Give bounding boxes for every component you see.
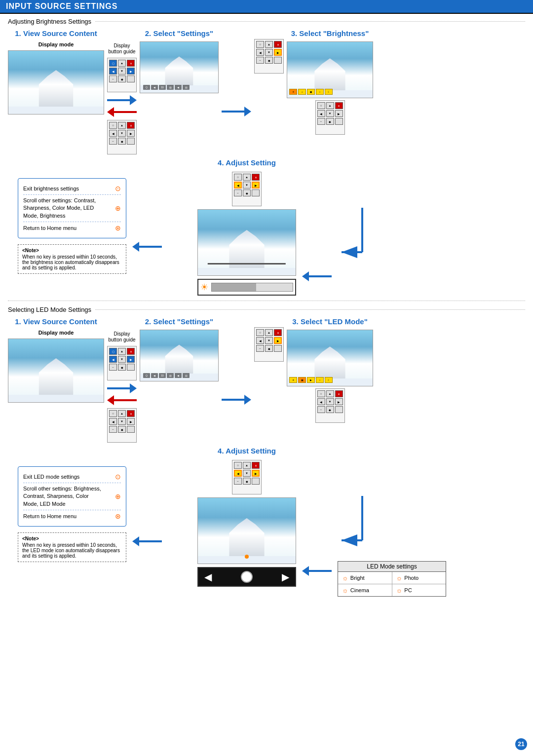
exit-brightness-row: Exit brightness settings ⊙ <box>23 183 121 195</box>
home-icon: ⊛ <box>115 224 121 232</box>
note-text: When no key is pressed within 10 seconds… <box>22 254 122 270</box>
scroll-settings-label: Scroll other settings: Contrast, Sharpne… <box>23 197 102 220</box>
led-step3: 3. Select "LED Mode" ☀ ▣ ▶ ○ ☾ ○ ▲ ✕ ◀ ▼ <box>287 317 373 423</box>
step2-screen: Q ◀ 3D ▨ ◀ ▤ <box>140 41 219 93</box>
rs-5: ▼ <box>265 49 273 56</box>
photo-label: Photo <box>404 575 419 581</box>
photo-icon: ☼ <box>396 574 403 582</box>
brightness-info-box: Exit brightness settings ⊙ Scroll other … <box>18 178 126 238</box>
rb-7: − <box>109 76 117 82</box>
led-guide-label: Display button guide <box>108 331 135 343</box>
step3-screen: ☀ ☼ ◼ ○ ☾ <box>287 41 373 98</box>
step4-screen <box>197 209 296 276</box>
led-prev-btn[interactable]: ◀ <box>204 571 212 583</box>
step4-remote-container: ○ ▲ ✕ ◀ ▼ ▶ − ◆ <box>232 172 262 206</box>
rb-b2: ▲ <box>118 122 126 129</box>
arrow-right-1 <box>107 95 137 105</box>
page-header: Input Source Settings <box>0 0 533 14</box>
led-table-header: LED Mode settings <box>338 562 446 572</box>
bi-arrows <box>107 95 137 117</box>
page-number: 21 <box>515 738 527 750</box>
led-cell-pc: ☼ PC <box>392 584 446 596</box>
section-divider <box>8 301 525 301</box>
rb-2: ▲ <box>118 60 126 67</box>
led-step3-screen: ☀ ▣ ▶ ○ ☾ <box>287 330 373 386</box>
led-table-row-1: ☼ Bright ☼ Photo <box>338 572 446 584</box>
rs-9 <box>274 57 282 64</box>
led-arrow-left <box>107 395 137 405</box>
cinema-label: Cinema <box>350 587 369 593</box>
arrow-left-1 <box>107 107 137 117</box>
led-step1: 1. View Source Content Display mode <box>8 317 104 403</box>
bright-icon: ☼ <box>342 574 348 582</box>
led-step2-label: 2. Select "Settings" <box>145 317 213 326</box>
rb-8: ◆ <box>118 76 126 82</box>
brightness-step1: 1. View Source Content Display mode <box>8 29 104 114</box>
guide-arrows: Display button guide ⬡ ▲ ✕ ◀ ▼ ▶ − ◆ ○ <box>107 43 137 154</box>
led-info-col: Exit LED mode settings ⊙ Scroll other se… <box>18 466 126 562</box>
led-adjust-panel: ◀ ▶ <box>197 567 296 587</box>
led-arrow-right-2 <box>222 395 251 405</box>
step1-screen <box>8 50 104 114</box>
led-arrow-right <box>107 383 137 393</box>
exit-led-label: Exit LED mode settings <box>23 474 79 480</box>
led-mode-table: LED Mode settings ☼ Bright ☼ Photo ☼ Cin… <box>338 561 446 597</box>
led-step4-remote: ○ ▲ ✕ ◀ ▼ ▶ − ◆ <box>232 460 262 494</box>
rb-5: ▼ <box>118 68 126 75</box>
led-step3-nav: ○ ▲ ✕ ◀ ▼ ▶ − ◆ <box>254 327 284 362</box>
led-right-col: LED Mode settings ☼ Bright ☼ Photo ☼ Cin… <box>338 496 446 597</box>
led-scroll-icon: ⊕ <box>115 492 121 500</box>
remote-guide-bottom: ○ ▲ ✕ ◀ ▼ ▶ − ◆ <box>107 120 137 154</box>
led-step4-center: 4. Adjust Setting ○ ▲ ✕ ◀ ▼ ▶ − ◆ <box>168 447 296 587</box>
led-note-box: <Note> When no key is pressed within 10 … <box>18 532 126 562</box>
led-step4-remote-container: ○ ▲ ✕ ◀ ▼ ▶ − ◆ <box>232 460 262 494</box>
led-arrow-left-3 <box>302 566 332 576</box>
led-cell-bright: ☼ Bright <box>338 572 392 584</box>
led-display-label: Display mode <box>38 330 74 336</box>
led-dot-indicator <box>245 555 249 559</box>
led-bi-arrows <box>107 383 137 405</box>
bright-label: Bright <box>350 575 365 581</box>
rb-b5: ▼ <box>118 130 126 137</box>
led-step1-screen <box>8 339 104 403</box>
led-home-row: Return to Home menu ⊛ <box>23 510 121 522</box>
led-guide-arrows: Display button guide ⬡ ▲ ✕ ◀ ▼ ▶ − ◆ ○ ▲… <box>107 331 137 443</box>
brightness-icons: ☀ ☼ ◼ ○ ☾ <box>289 89 333 95</box>
remote-step3-b: ○ ▲ ✕ ◀ ▼ ▶ − ◆ <box>315 100 345 135</box>
rb-b8: ◆ <box>118 138 126 145</box>
led-top-flow: 1. View Source Content Display mode Disp… <box>8 317 525 443</box>
led-info-box: Exit LED mode settings ⊙ Scroll other se… <box>18 466 126 527</box>
rs-2: ▲ <box>265 41 273 48</box>
led-next-btn[interactable]: ▶ <box>282 571 289 583</box>
rs-7: − <box>256 57 264 64</box>
led-table-row-2: ☼ Cinema ☼ PC <box>338 584 446 596</box>
brightness-slider <box>211 283 293 292</box>
led-cell-cinema: ☼ Cinema <box>338 584 392 596</box>
led-cell-photo: ☼ Photo <box>392 572 446 584</box>
led-step3-label: 3. Select "LED Mode" <box>292 317 368 326</box>
led-corner-arrow <box>338 496 367 555</box>
rb-b6: ▶ <box>127 130 135 137</box>
section1-title: Adjusting Brightness Settings <box>8 18 525 25</box>
step1-label: 1. View Source Content <box>15 29 97 38</box>
led-step4-label: 4. Adjust Setting <box>218 447 276 455</box>
led-arrow-left-2 <box>132 536 162 546</box>
led-step2-screen: Q ◀ 3D ▨ ◀ ▤ <box>140 330 219 381</box>
led-note-title: <Note> <box>22 536 122 541</box>
brightness-step4-area: Exit brightness settings ⊙ Scroll other … <box>8 158 525 296</box>
rb-4: ◀ <box>109 68 117 75</box>
arrow-left-3 <box>302 271 332 281</box>
section2-title: Selecting LED Mode Settings <box>8 306 525 313</box>
led-mode-icons: ☀ ▣ ▶ ○ ☾ <box>289 377 333 383</box>
scroll-settings-row: Scroll other settings: Contrast, Sharpne… <box>23 195 121 222</box>
step2-label: 2. Select "Settings" <box>145 29 213 38</box>
brightness-info-col: Exit brightness settings ⊙ Scroll other … <box>18 178 126 274</box>
rb-b4: ◀ <box>109 130 117 137</box>
rs-8: ◆ <box>265 57 273 64</box>
step2-menu-icons: Q ◀ 3D ▨ ◀ ▤ <box>143 85 190 90</box>
led-step2: 2. Select "Settings" Q ◀ 3D ▨ ◀ ▤ <box>140 317 219 381</box>
step4-center: 4. Adjust Setting ○ ▲ ✕ ◀ ▼ ▶ − ◆ <box>168 158 296 296</box>
brightness-step3: 3. Select "Brightness" ☀ ☼ ◼ ○ ☾ ○ ▲ ✕ ◀… <box>287 29 373 135</box>
led-bulb <box>241 571 253 583</box>
remote-step3: ○ ▲ ✕ ◀ ▼ ▶ − ◆ <box>254 39 284 74</box>
